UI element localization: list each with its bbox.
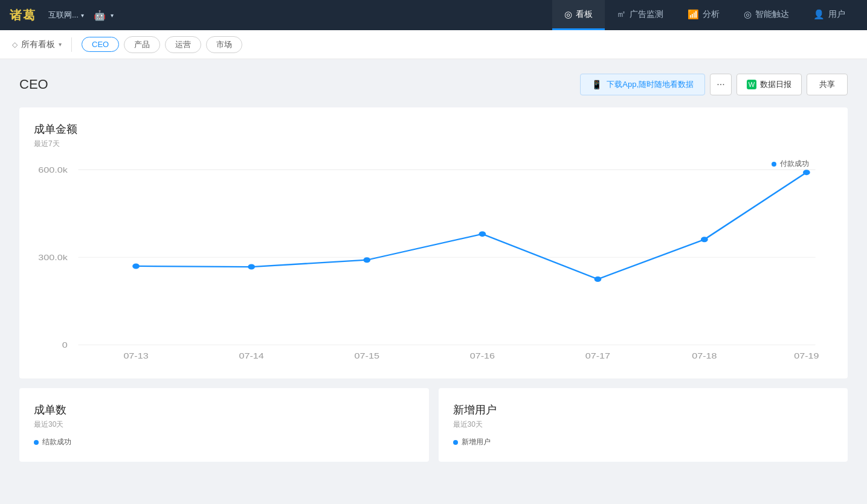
kanban-icon: ◎ [564,9,572,20]
svg-text:07-18: 07-18 [692,352,717,360]
svg-text:07-19: 07-19 [794,352,819,360]
board-selector-label: 所有看板 [21,39,55,50]
page-title: CEO [19,77,580,92]
tab-admonitor[interactable]: ㎡ 广告监测 [605,0,675,30]
bottom-cards: 成单数 最近30天 结款成功 新增用户 最近30天 新增用户 [19,388,848,462]
tag-ceo[interactable]: CEO [82,37,119,52]
svg-point-18 [701,237,708,242]
orders-legend-dot [34,440,39,445]
secondary-nav: ◇ 所有看板 ▾ CEO 产品 运营 市场 [0,30,867,59]
page-header: CEO 📱 下载App,随时随地看数据 ··· W 数据日报 共享 [19,74,848,95]
main-content: CEO 📱 下载App,随时随地看数据 ··· W 数据日报 共享 成单金额 最… [0,59,867,504]
internet-dropdown[interactable]: 互联网... ▾ [48,10,84,21]
svg-text:0: 0 [62,341,68,349]
svg-text:07-16: 07-16 [470,352,495,360]
tab-kanban[interactable]: ◎ 看板 [552,0,605,30]
orders-legend-label: 结款成功 [42,437,71,447]
new-users-legend: 新增用户 [453,437,834,447]
more-button[interactable]: ··· [710,74,732,95]
header-actions: 📱 下载App,随时随地看数据 ··· W 数据日报 共享 [580,74,848,95]
chart-legend-revenue: 付款成功 [772,159,809,169]
internet-label: 互联网... [48,10,79,21]
nav-separator [71,37,72,52]
svg-text:07-15: 07-15 [355,352,379,360]
tab-users[interactable]: 👤 用户 [801,0,857,30]
user-icon: 👤 [813,9,825,20]
tab-smartreach[interactable]: ◎ 智能触达 [732,0,801,30]
svg-text:600.0k: 600.0k [38,165,68,174]
android-dropdown[interactable]: 🤖 ▾ [94,10,114,21]
tab-kanban-label: 看板 [576,9,593,20]
orders-legend: 结款成功 [34,437,414,447]
svg-text:300.0k: 300.0k [38,254,68,262]
svg-point-16 [479,231,486,237]
main-nav-tabs: ◎ 看板 ㎡ 广告监测 📶 分析 ◎ 智能触达 👤 用户 [552,0,857,30]
report-label: 数据日报 [760,79,791,90]
svg-point-17 [595,276,602,282]
android-icon: 🤖 [94,10,106,21]
share-button[interactable]: 共享 [807,74,848,95]
wechat-icon: W [747,80,756,89]
tag-market[interactable]: 市场 [206,36,242,53]
card-orders-subtitle: 最近30天 [34,419,414,430]
card-orders-title: 成单数 [34,403,414,417]
svg-point-15 [363,257,370,263]
chart-title-revenue: 成单金额 [34,122,833,136]
card-new-users-title: 新增用户 [453,403,834,417]
tab-analysis[interactable]: 📶 分析 [675,0,732,30]
phone-icon: 📱 [591,80,602,89]
card-new-users: 新增用户 最近30天 新增用户 [439,388,848,462]
legend-dot-revenue [772,162,776,167]
chart-subtitle-revenue: 最近7天 [34,139,833,149]
tab-users-label: 用户 [828,9,845,20]
tag-product[interactable]: 产品 [124,36,160,53]
logo-text: 诸葛 [10,9,36,21]
new-users-legend-label: 新增用户 [462,437,491,447]
board-selector[interactable]: ◇ 所有看板 ▾ [12,39,62,50]
tab-smartreach-label: 智能触达 [755,9,789,20]
selector-arrow-icon: ▾ [59,41,62,48]
tab-analysis-label: 分析 [703,9,720,20]
daily-report-button[interactable]: W 数据日报 [736,74,802,95]
new-users-legend-dot [453,440,458,445]
ad-icon: ㎡ [617,8,626,20]
download-label: 下载App,随时随地看数据 [607,79,694,90]
svg-text:07-17: 07-17 [585,352,610,360]
card-orders: 成单数 最近30天 结款成功 [19,388,429,462]
dropdown-arrow2-icon: ▾ [111,12,114,19]
analysis-icon: 📶 [688,9,699,20]
chart-card-revenue: 成单金额 最近7天 付款成功 600.0k 300.0k 0 07-13 07-… [19,107,848,378]
dropdown-arrow-icon: ▾ [81,12,84,19]
share-label: 共享 [819,80,835,89]
line-chart-revenue: 600.0k 300.0k 0 07-13 07-14 07-15 07-16 … [34,159,833,364]
svg-text:07-14: 07-14 [239,352,263,360]
logo: 诸葛 [10,9,36,21]
svg-text:07-13: 07-13 [123,352,148,360]
tab-admonitor-label: 广告监测 [630,9,663,20]
top-nav: 诸葛 互联网... ▾ 🤖 ▾ ◎ 看板 ㎡ 广告监测 📶 分析 ◎ 智能触达 … [0,0,867,30]
svg-point-19 [803,170,810,175]
diamond-icon: ◇ [12,40,18,49]
download-app-button[interactable]: 📱 下载App,随时随地看数据 [580,74,705,95]
tag-operations[interactable]: 运营 [165,36,201,53]
legend-label-revenue: 付款成功 [780,159,809,169]
card-new-users-subtitle: 最近30天 [453,419,834,430]
smartreach-icon: ◎ [744,9,752,20]
svg-point-13 [132,263,140,269]
more-icon: ··· [717,79,724,90]
svg-point-14 [248,264,255,270]
chart-container-revenue: 付款成功 600.0k 300.0k 0 07-13 07-14 07-15 0… [34,159,833,364]
